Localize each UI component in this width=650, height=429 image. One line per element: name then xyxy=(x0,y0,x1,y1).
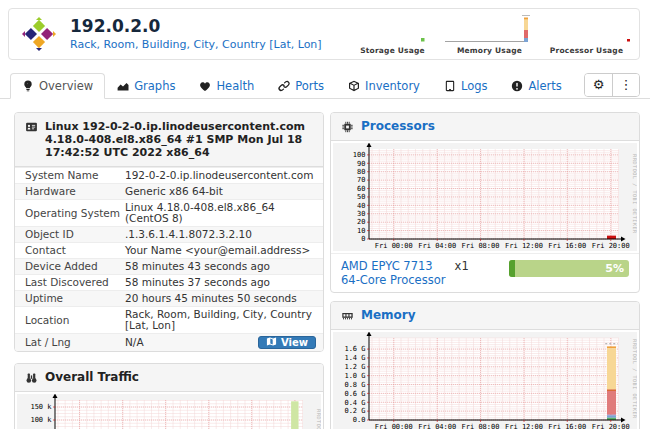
svg-text:RRDTOOL / TOBI OETIKER: RRDTOOL / TOBI OETIKER xyxy=(632,154,637,234)
row-value: N/A xyxy=(125,337,144,348)
svg-text:30: 30 xyxy=(357,210,365,218)
tab-label: Overview xyxy=(39,79,93,93)
row-label: System Name xyxy=(25,170,125,181)
tab-label: Health xyxy=(216,79,254,93)
tab-health[interactable]: Health xyxy=(187,73,266,99)
tab-label: Ports xyxy=(295,79,324,93)
storage-usage-mini-graph[interactable]: Storage Usage xyxy=(344,13,441,55)
svg-text:RRDTOOL / TOBI OETIKER: RRDTOOL / TOBI OETIKER xyxy=(316,409,321,429)
processors-title-link[interactable]: Processors xyxy=(361,120,435,133)
svg-text:Fri 08:00: Fri 08:00 xyxy=(462,242,500,250)
centos-logo-icon xyxy=(21,16,57,52)
row-label: Last Discovered xyxy=(25,277,125,288)
svg-text:Fri 00:00: Fri 00:00 xyxy=(375,423,413,429)
svg-text:50: 50 xyxy=(357,193,365,201)
processor-usage-mini-graph[interactable]: Processor Usage xyxy=(538,13,635,55)
system-info-heading: Linux 192-0-2-0.ip.linodeusercontent.com… xyxy=(15,113,323,167)
system-info-panel: Linux 192-0-2-0.ip.linodeusercontent.com… xyxy=(14,112,324,352)
memory-title-link[interactable]: Memory xyxy=(361,309,416,322)
row-value: Your Name <your@email.address> xyxy=(125,245,310,256)
tab-alerts[interactable]: Alerts xyxy=(499,73,573,99)
system-info-row: LocationRack, Room, Building, City, Coun… xyxy=(15,306,323,333)
row-label: Location xyxy=(25,315,125,326)
processors-panel: Processors 1009080706050403020100Fri 00:… xyxy=(330,112,640,293)
heart-icon xyxy=(199,80,211,92)
tablet-icon xyxy=(444,80,456,92)
view-button-label: View xyxy=(281,337,308,348)
memory-heading: Memory xyxy=(331,302,639,330)
svg-text:100: 100 xyxy=(353,151,366,159)
memory-graph[interactable]: 1.6 G1.4 G1.2 G1.0 G0.8 G0.6 G0.4 G0.2 G… xyxy=(333,332,637,429)
map-icon xyxy=(266,336,277,349)
storage-usage-sparkline xyxy=(344,13,441,46)
svg-text:Fri 04:00: Fri 04:00 xyxy=(418,423,456,429)
system-info-row: Device Added58 minutes 43 seconds ago xyxy=(15,258,323,274)
overall-traffic-panel: Overall Traffic 150 k100 k50 k0RRDTOOL /… xyxy=(14,363,324,429)
svg-text:0.8 G: 0.8 G xyxy=(344,381,365,389)
cpu-description-link[interactable]: 64-Core Processor xyxy=(341,273,445,287)
row-value: Rack, Room, Building, City, Country [Lat… xyxy=(125,309,316,331)
svg-text:60: 60 xyxy=(357,185,365,193)
row-label: Device Added xyxy=(25,261,125,272)
system-info-table: System Name192-0-2-0.ip.linodeuserconten… xyxy=(15,167,323,351)
svg-text:Fri 20:00: Fri 20:00 xyxy=(592,242,630,250)
row-label: Uptime xyxy=(25,293,125,304)
processor-usage-sparkline xyxy=(538,13,635,46)
device-actions-group: ⚙ ⋮ xyxy=(584,73,640,97)
device-more-menu-button[interactable]: ⋮ xyxy=(612,74,639,96)
device-location-link[interactable]: Rack, Room, Building, City, Country [Lat… xyxy=(70,38,322,51)
tab-ports[interactable]: Ports xyxy=(266,73,336,99)
svg-text:1.4 G: 1.4 G xyxy=(344,354,365,362)
storage-usage-label: Storage Usage xyxy=(360,46,425,55)
tab-latency[interactable]: Latency xyxy=(644,73,650,99)
system-info-row: System Name192-0-2-0.ip.linodeuserconten… xyxy=(15,167,323,183)
svg-text:0.2 G: 0.2 G xyxy=(344,407,365,415)
system-kernel-title: Linux 192-0-2-0.ip.linodeusercontent.com… xyxy=(45,120,313,159)
svg-text:Fri 12:00: Fri 12:00 xyxy=(505,242,543,250)
svg-text:Fri 16:00: Fri 16:00 xyxy=(548,423,586,429)
processor-usage-label: Processor Usage xyxy=(550,46,623,55)
memory-usage-mini-graph[interactable]: Memory Usage xyxy=(441,13,538,55)
lightbulb-icon xyxy=(22,80,34,92)
row-label: Contact xyxy=(25,245,125,256)
svg-text:40: 40 xyxy=(357,202,365,210)
cpu-usage-percent: 5% xyxy=(605,260,624,277)
cube-icon xyxy=(348,80,360,92)
device-header: 192.0.2.0 Rack, Room, Building, City, Co… xyxy=(8,8,640,60)
row-value: 58 minutes 37 seconds ago xyxy=(125,277,270,288)
processors-graph[interactable]: 1009080706050403020100Fri 00:00Fri 04:00… xyxy=(333,143,637,251)
svg-text:1.2 G: 1.2 G xyxy=(344,363,365,371)
link-icon xyxy=(278,80,290,92)
device-settings-button[interactable]: ⚙ xyxy=(585,74,612,96)
svg-text:80: 80 xyxy=(357,168,365,176)
microchip-icon xyxy=(341,121,354,133)
system-info-row: Object ID.1.3.6.1.4.1.8072.3.2.10 xyxy=(15,226,323,242)
memory-panel: Memory 1.6 G1.4 G1.2 G1.0 G0.8 G0.6 G0.4… xyxy=(330,301,640,429)
right-column: Processors 1009080706050403020100Fri 00:… xyxy=(330,112,640,429)
cpu-name-link[interactable]: AMD EPYC 7713 xyxy=(341,259,433,273)
kebab-menu-icon: ⋮ xyxy=(620,77,633,92)
tab-inventory[interactable]: Inventory xyxy=(336,73,432,99)
svg-text:Fri 04:00: Fri 04:00 xyxy=(418,242,456,250)
processor-row: AMD EPYC 7713x1 64-Core Processor 5% xyxy=(331,253,639,292)
svg-text:10: 10 xyxy=(357,227,365,235)
tab-logs[interactable]: Logs xyxy=(432,73,500,99)
overall-traffic-graph[interactable]: 150 k100 k50 k0RRDTOOL / TOBI OETIKER xyxy=(17,394,321,429)
view-location-button[interactable]: View xyxy=(258,336,316,349)
device-titles: 192.0.2.0 Rack, Room, Building, City, Co… xyxy=(70,17,322,51)
svg-text:RRDTOOL / TOBI OETIKER: RRDTOOL / TOBI OETIKER xyxy=(632,339,637,419)
tab-label: Inventory xyxy=(365,79,420,93)
svg-text:0.4 G: 0.4 G xyxy=(344,399,365,407)
tab-overview[interactable]: Overview xyxy=(10,73,105,99)
gear-icon: ⚙ xyxy=(593,77,605,92)
tab-graphs[interactable]: Graphs xyxy=(105,73,187,99)
row-value: Generic x86 64-bit xyxy=(125,186,223,197)
svg-text:0.6 G: 0.6 G xyxy=(344,390,365,398)
alert-circle-icon xyxy=(511,80,523,92)
svg-text:Fri 08:00: Fri 08:00 xyxy=(462,423,500,429)
svg-text:1.6 G: 1.6 G xyxy=(344,345,365,353)
svg-text:1.0 G: 1.0 G xyxy=(344,372,365,380)
row-value: .1.3.6.1.4.1.8072.3.2.10 xyxy=(125,229,252,240)
svg-text:Fri 16:00: Fri 16:00 xyxy=(548,242,586,250)
usage-mini-graphs: Storage Usage Memory Usage Processor Usa… xyxy=(344,13,635,55)
